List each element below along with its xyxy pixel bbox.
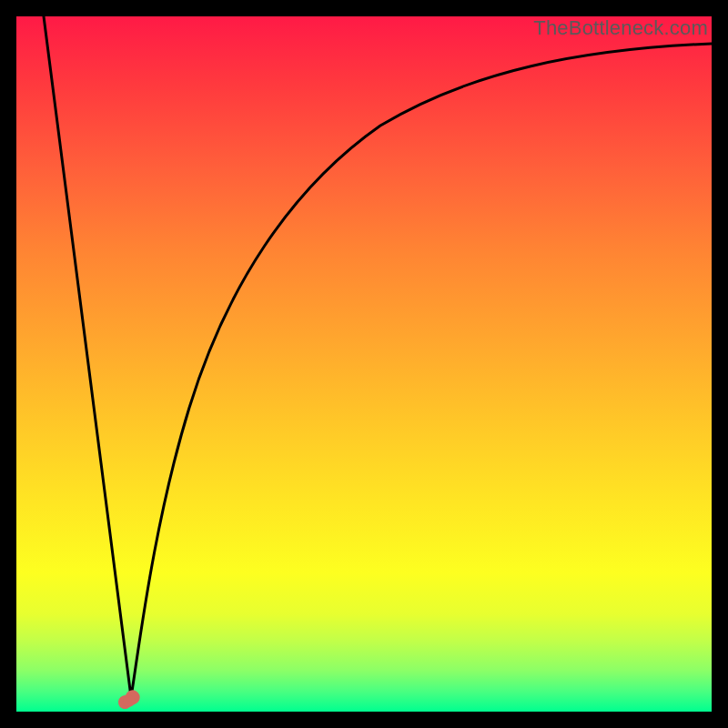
chart-frame: TheBottleneck.com [16, 16, 712, 712]
curve-path [44, 16, 712, 697]
bottleneck-curve [16, 16, 712, 712]
